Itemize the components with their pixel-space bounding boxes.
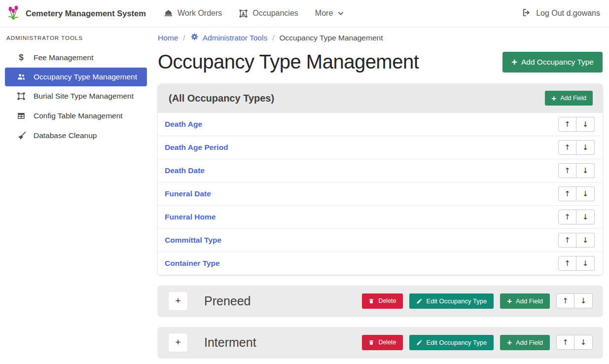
move-up-button[interactable]: ↑ [556,293,574,308]
breadcrumb-current-page: Occupancy Type Management [280,34,383,42]
sidebar-item-config-table-management[interactable]: Config Table Management [0,106,153,126]
breadcrumb-admin-tools-link[interactable]: Administrator Tools [190,33,268,43]
section-title: Interment [204,335,256,350]
field-link-death-age-period[interactable]: Death Age Period [165,143,228,152]
add-field-label: Add Field [516,297,543,305]
expand-section-button[interactable]: + [169,292,187,310]
field-row: Funeral Home ↑ ↓ [158,205,603,228]
field-row: Committal Type ↑ ↓ [158,228,603,252]
move-down-button[interactable]: ↓ [576,186,595,201]
all-types-card-title: (All Occupancy Types) [169,93,274,104]
section-actions: Delete Edit Occupancy Type + Add Field ↑… [362,335,593,350]
dollar-icon: $ [16,53,27,63]
field-row: Funeral Date ↑ ↓ [158,182,603,205]
sidebar-item-burial-site-type-management[interactable]: Burial Site Type Management [0,86,153,106]
field-row: Death Age Period ↑ ↓ [158,136,603,159]
field-link-death-age[interactable]: Death Age [165,120,202,129]
move-down-button[interactable]: ↓ [576,140,595,155]
breadcrumb-label: Administrator Tools [203,34,268,42]
add-occupancy-type-button[interactable]: + Add Occupancy Type [502,52,603,73]
move-up-button[interactable]: ↑ [558,233,576,248]
move-down-button[interactable]: ↓ [576,117,595,132]
move-down-button[interactable]: ↓ [576,163,595,178]
section-actions: Delete Edit Occupancy Type + Add Field ↑… [362,293,593,309]
field-link-funeral-date[interactable]: Funeral Date [165,189,211,198]
sidebar-item-label: Occupancy Type Management [34,73,137,81]
sidebar-item-occupancy-type-management[interactable]: Occupancy Type Management [5,68,147,86]
delete-button[interactable]: Delete [362,293,402,309]
logout-icon [522,8,531,19]
move-up-button[interactable]: ↑ [558,210,576,224]
users-icon [16,73,27,81]
add-field-button[interactable]: + Add Field [500,335,550,350]
sidebar-item-label: Config Table Management [34,111,123,120]
field-row: Death Date ↑ ↓ [158,159,603,182]
occupancy-type-section-preneed: + Preneed Delete Edit Occupancy Typ [158,286,603,316]
logout-button[interactable]: Log Out d.gowans [522,8,600,19]
move-down-button[interactable]: ↓ [576,210,595,224]
edit-occupancy-type-label: Edit Occupancy Type [427,339,487,346]
edit-occupancy-type-button[interactable]: Edit Occupancy Type [409,335,494,350]
breadcrumb-home-link[interactable]: Home [158,34,178,42]
gear-icon [190,33,199,43]
add-occupancy-type-label: Add Occupancy Type [521,58,594,67]
field-link-container-type[interactable]: Container Type [165,259,220,268]
move-down-button[interactable]: ↓ [576,256,595,271]
move-down-button[interactable]: ↓ [574,335,593,350]
field-link-funeral-home[interactable]: Funeral Home [165,213,215,221]
move-up-button[interactable]: ↑ [558,140,576,155]
nav-item-work-orders[interactable]: Work Orders [164,9,222,18]
table-icon [16,111,27,120]
move-down-button[interactable]: ↓ [574,293,593,308]
move-down-button[interactable]: ↓ [576,233,595,248]
delete-label: Delete [378,339,396,346]
add-field-label: Add Field [560,95,586,102]
expand-section-button[interactable]: + [169,333,187,352]
main-content: Home / Administrator Tools / Occupanc [158,27,603,358]
sidebar-item-label: Database Cleanup [34,131,97,140]
navbar-menu: Work Orders Occupancies More [164,9,344,18]
trash-icon [368,298,374,304]
add-field-button[interactable]: + Add Field [500,293,550,309]
move-up-button[interactable]: ↑ [558,163,576,178]
reorder-buttons: ↑ ↓ [558,233,595,248]
move-up-button[interactable]: ↑ [558,186,576,201]
field-row: Death Age ↑ ↓ [158,112,603,136]
top-navbar: Cemetery Management System Work Orders [0,0,609,27]
nav-item-occupancies[interactable]: Occupancies [239,9,298,18]
reorder-buttons: ↑ ↓ [558,256,595,271]
move-up-button[interactable]: ↑ [556,335,574,350]
delete-button[interactable]: Delete [362,335,402,350]
sidebar-item-fee-management[interactable]: $ Fee Management [0,48,153,68]
page-header: Occupancy Type Management + Add Occupanc… [158,51,603,73]
add-field-button[interactable]: + Add Field [545,91,593,106]
hard-hat-icon [164,9,173,18]
move-up-button[interactable]: ↑ [558,256,576,271]
add-field-label: Add Field [516,339,543,346]
sidebar-item-label: Fee Management [34,53,94,62]
broom-icon [16,131,27,141]
field-link-committal-type[interactable]: Committal Type [165,236,221,245]
edit-occupancy-type-button[interactable]: Edit Occupancy Type [409,293,494,309]
logout-label: Log Out d.gowans [536,9,600,18]
reorder-buttons: ↑ ↓ [558,140,595,155]
plus-icon: + [507,338,512,347]
tulip-logo-icon [6,4,21,23]
plus-icon: + [551,94,556,103]
sidebar-item-label: Burial Site Type Management [34,92,134,101]
field-link-death-date[interactable]: Death Date [165,166,205,175]
plus-icon: + [511,57,517,67]
breadcrumb: Home / Administrator Tools / Occupanc [158,33,603,43]
occupancy-frame-icon [239,9,248,18]
nav-item-more[interactable]: More [315,9,344,18]
move-up-button[interactable]: ↑ [558,117,576,132]
pencil-icon [416,339,423,346]
sidebar-item-database-cleanup[interactable]: Database Cleanup [0,126,153,146]
nav-item-label: Work Orders [178,9,222,18]
plot-selection-icon [16,92,27,101]
nav-item-label: Occupancies [252,9,298,18]
trash-icon [368,339,374,346]
breadcrumb-separator: / [183,34,185,42]
edit-occupancy-type-label: Edit Occupancy Type [427,297,487,305]
reorder-buttons: ↑ ↓ [558,117,595,132]
